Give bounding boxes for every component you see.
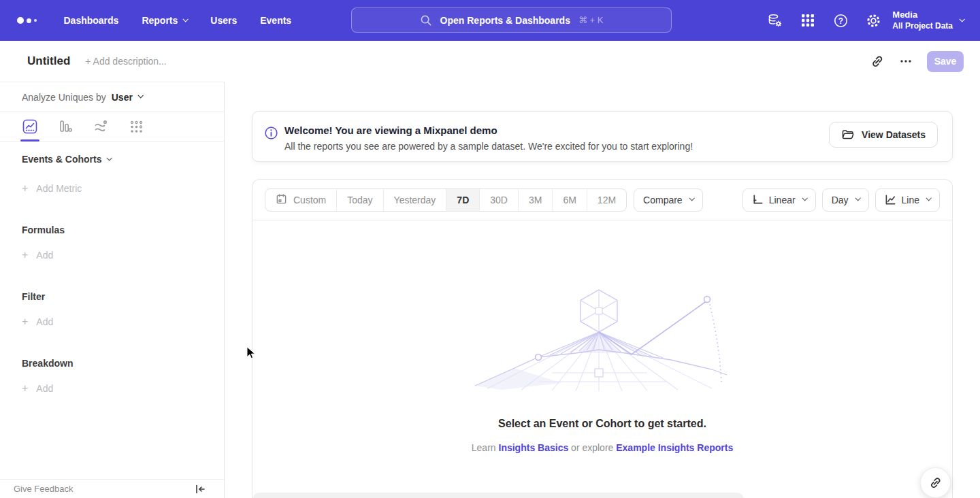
main-content: Welcome! You are viewing a Mixpanel demo… (225, 82, 980, 498)
range-custom[interactable]: Custom (265, 189, 337, 211)
mixpanel-app: Dashboards Reports Users Events Open Rep… (0, 0, 980, 498)
copy-link-icon[interactable] (870, 54, 885, 69)
project-scope: All Project Data (892, 21, 953, 31)
save-button[interactable]: Save (927, 51, 964, 72)
link-icon (929, 476, 942, 489)
line-chart-icon (885, 194, 896, 205)
give-feedback-link[interactable]: Give Feedback (14, 484, 73, 494)
add-description[interactable]: + Add description... (85, 56, 166, 67)
linear-axis-icon (752, 194, 764, 205)
collapse-sidebar-icon[interactable] (194, 483, 206, 495)
chevron-down-icon (926, 195, 931, 201)
empty-state-links: Learn Insights Basics or explore Example… (252, 442, 952, 453)
empty-state-title: Select an Event or Cohort to get started… (252, 418, 952, 430)
add-breakdown-button[interactable]: +Add (22, 382, 224, 395)
project-name: Media (892, 10, 953, 20)
query-sidebar: Analyze Uniques by User Events & Cohorts… (0, 82, 225, 498)
range-12m[interactable]: 12M (587, 189, 626, 211)
bar-chart-tab-icon (58, 119, 73, 134)
svg-text:?: ? (838, 16, 843, 26)
filter-heading: Filter (22, 291, 224, 302)
analyze-row: Analyze Uniques by User (0, 82, 224, 112)
report-panel: Custom Today Yesterday 7D 30D 3M 6M 12M … (252, 179, 953, 498)
range-yesterday[interactable]: Yesterday (384, 189, 447, 211)
mixpanel-logo-icon[interactable] (17, 17, 37, 24)
granularity-dropdown[interactable]: Day (822, 188, 869, 212)
nav-item-dashboards[interactable]: Dashboards (64, 15, 119, 26)
nav-item-reports[interactable]: Reports (142, 15, 187, 26)
share-link-fab[interactable] (920, 467, 951, 498)
chevron-down-icon (689, 195, 694, 201)
grid-dots-tab-icon (129, 119, 144, 134)
chevron-down-icon[interactable] (959, 16, 964, 22)
top-nav: Dashboards Reports Users Events Open Rep… (0, 0, 980, 41)
insights-basics-link[interactable]: Insights Basics (499, 442, 569, 453)
add-formula-button[interactable]: +Add (22, 249, 224, 261)
plus-icon: + (22, 382, 28, 395)
plus-icon: + (22, 182, 28, 195)
compare-button[interactable]: Compare (634, 188, 703, 212)
scale-dropdown[interactable]: Linear (742, 188, 816, 212)
info-icon (264, 126, 278, 143)
breakdown-heading: Breakdown (22, 358, 224, 369)
report-title[interactable]: Untitled (27, 54, 70, 68)
search-icon (420, 14, 432, 27)
help-icon[interactable]: ? (832, 12, 849, 29)
tab-bar-chart[interactable] (56, 112, 75, 142)
report-header-actions: Save (870, 41, 964, 82)
banner-title: Welcome! You are viewing a Mixpanel demo (284, 124, 497, 136)
settings-gear-icon[interactable] (865, 12, 881, 29)
formulas-heading: Formulas (22, 225, 224, 235)
analyze-value-dropdown[interactable]: User (112, 92, 142, 103)
banner-subtitle: All the reports you see are powered by a… (284, 141, 693, 152)
nav-right: ? Media All Project Data (751, 0, 980, 41)
range-today[interactable]: Today (337, 189, 383, 211)
range-7d[interactable]: 7D (446, 189, 480, 211)
view-datasets-button[interactable]: View Datasets (829, 122, 938, 148)
events-cohorts-heading[interactable]: Events & Cohorts (22, 154, 224, 165)
tab-metrics-grid[interactable] (127, 112, 146, 142)
plus-icon: + (22, 249, 28, 261)
project-selector[interactable]: Media All Project Data (892, 10, 953, 31)
tab-flows-chart[interactable] (91, 112, 110, 142)
chart-type-tabs (0, 112, 224, 142)
range-3m[interactable]: 3M (519, 189, 553, 211)
chart-type-dropdown[interactable]: Line (875, 188, 940, 212)
chevron-down-icon (802, 195, 807, 201)
chevron-down-icon (137, 93, 143, 98)
example-insights-reports-link[interactable]: Example Insights Reports (616, 442, 733, 453)
report-header: Untitled + Add description... Save (0, 41, 980, 82)
search-shortcut: ⌘ + K (578, 15, 604, 25)
line-chart-tab-icon (22, 119, 37, 134)
nav-item-events[interactable]: Events (260, 15, 291, 26)
date-range-segmented: Custom Today Yesterday 7D 30D 3M 6M 12M (265, 188, 627, 212)
apps-grid-icon[interactable] (800, 12, 816, 29)
calendar-icon (276, 193, 287, 207)
chevron-down-icon (183, 16, 189, 22)
range-6m[interactable]: 6M (553, 189, 587, 211)
welcome-banner: Welcome! You are viewing a Mixpanel demo… (252, 111, 953, 162)
global-search[interactable]: Open Reports & Dashboards ⌘ + K (351, 7, 672, 33)
plus-icon: + (22, 316, 28, 328)
nav-item-users[interactable]: Users (210, 15, 237, 26)
chart-display-controls: Linear Day Line (742, 188, 940, 212)
analyze-label: Analyze Uniques by (22, 92, 106, 103)
add-metric-button[interactable]: +Add Metric (22, 182, 224, 195)
sidebar-footer: Give Feedback (0, 479, 224, 498)
controls-bar: Custom Today Yesterday 7D 30D 3M 6M 12M … (252, 180, 952, 220)
sidebar-sections: Events & Cohorts +Add Metric Formulas +A… (0, 154, 224, 395)
folder-icon (841, 128, 855, 142)
add-filter-button[interactable]: +Add (22, 316, 224, 328)
bottom-panel-edge (252, 493, 744, 498)
empty-state-illustration (474, 286, 732, 392)
search-placeholder: Open Reports & Dashboards (440, 15, 570, 26)
tab-line-chart[interactable] (20, 112, 39, 142)
range-30d[interactable]: 30D (480, 189, 519, 211)
chevron-down-icon (855, 195, 860, 201)
chevron-down-icon (107, 155, 112, 161)
flows-tab-icon (93, 119, 108, 134)
data-management-icon[interactable] (767, 12, 783, 29)
more-options-icon[interactable] (898, 54, 913, 69)
